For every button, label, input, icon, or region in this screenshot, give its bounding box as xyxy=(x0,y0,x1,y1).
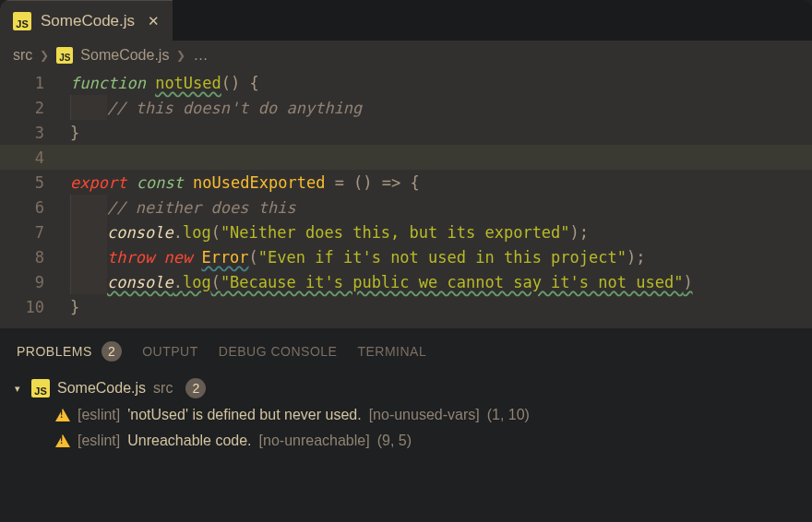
problems-list: ▾ JS SomeCode.js src 2 [eslint] 'notUsed… xyxy=(0,371,812,463)
line-number: 3 xyxy=(0,124,70,142)
code-line[interactable]: 9 console.log("Because it's public we ca… xyxy=(0,269,812,294)
chevron-right-icon: ❯ xyxy=(176,49,185,62)
editor-tab[interactable]: JS SomeCode.js ✕ xyxy=(0,0,173,41)
line-number: 5 xyxy=(0,173,70,192)
chevron-down-icon[interactable]: ▾ xyxy=(11,383,24,395)
line-number: 7 xyxy=(0,223,70,242)
problems-file-name: SomeCode.js xyxy=(57,380,146,397)
code-line[interactable]: 2 // this doesn't do anything xyxy=(0,95,812,120)
line-number: 2 xyxy=(0,99,70,117)
code-line[interactable]: 8 throw new Error("Even if it's not used… xyxy=(0,244,812,269)
chevron-right-icon: ❯ xyxy=(40,49,49,62)
problem-item[interactable]: [eslint] 'notUsed' is defined but never … xyxy=(11,402,801,428)
problem-item[interactable]: [eslint] Unreachable code. [no-unreachab… xyxy=(11,428,801,454)
line-number: 1 xyxy=(0,74,70,92)
code-line[interactable]: 7 console.log("Neither does this, but it… xyxy=(0,219,812,244)
js-file-icon: JS xyxy=(56,47,73,64)
close-icon[interactable]: ✕ xyxy=(148,13,160,30)
line-number: 8 xyxy=(0,248,70,267)
line-number: 6 xyxy=(0,198,70,217)
problems-file-src: src xyxy=(153,380,173,397)
symbol-notUsed: notUsed xyxy=(155,74,221,92)
tab-debug-console[interactable]: DEBUG CONSOLE xyxy=(219,344,338,359)
warning-icon xyxy=(55,434,70,447)
warning-icon xyxy=(55,409,70,421)
problems-count-badge: 2 xyxy=(102,341,122,362)
breadcrumb-more[interactable]: … xyxy=(193,47,208,64)
bottom-panel: PROBLEMS 2 OUTPUT DEBUG CONSOLE TERMINAL… xyxy=(0,328,812,463)
tab-title: SomeCode.js xyxy=(41,12,135,30)
js-file-icon: JS xyxy=(13,12,31,30)
tab-problems[interactable]: PROBLEMS 2 xyxy=(17,341,122,362)
code-line[interactable]: 3 } xyxy=(0,120,812,145)
code-editor[interactable]: 1 function notUsed() { 2 // this doesn't… xyxy=(0,70,812,328)
problems-file-row[interactable]: ▾ JS SomeCode.js src 2 xyxy=(11,374,801,402)
tab-output[interactable]: OUTPUT xyxy=(142,344,198,359)
line-number: 4 xyxy=(0,148,70,167)
code-line[interactable]: 1 function notUsed() { xyxy=(0,70,812,95)
code-line[interactable]: 5 export const noUsedExported = () => { xyxy=(0,170,812,195)
tab-bar: JS SomeCode.js ✕ xyxy=(0,0,812,41)
line-number: 9 xyxy=(0,273,70,291)
breadcrumb: src ❯ JS SomeCode.js ❯ … xyxy=(0,41,812,70)
breadcrumb-root[interactable]: src xyxy=(13,47,32,64)
code-line[interactable]: 4 xyxy=(0,145,812,170)
file-problem-count: 2 xyxy=(185,378,206,398)
js-file-icon: JS xyxy=(31,379,50,397)
code-line[interactable]: 10 } xyxy=(0,294,812,319)
panel-tab-bar: PROBLEMS 2 OUTPUT DEBUG CONSOLE TERMINAL xyxy=(0,328,812,371)
breadcrumb-file[interactable]: SomeCode.js xyxy=(80,47,169,64)
line-number: 10 xyxy=(0,298,70,316)
tab-terminal[interactable]: TERMINAL xyxy=(357,344,426,359)
code-line[interactable]: 6 // neither does this xyxy=(0,195,812,219)
